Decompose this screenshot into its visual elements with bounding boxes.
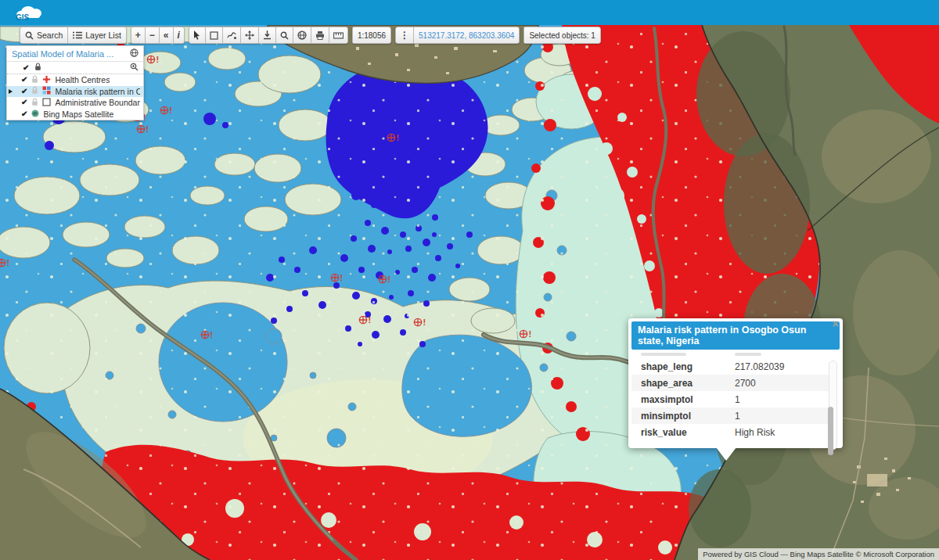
layer-check-icon[interactable]: ✔ <box>21 99 27 106</box>
layer-row-health-centres[interactable]: ✔ Health Centres <box>7 74 143 86</box>
print-icon <box>315 31 325 40</box>
info-tool-button[interactable]: i <box>174 27 185 44</box>
field-name: shape_leng <box>641 361 735 372</box>
select-cursor-button[interactable] <box>189 27 206 44</box>
layer-panel-header: Spatial Model of Malaria ... <box>7 46 143 62</box>
field-name: shape_area <box>641 378 735 389</box>
search-label: Search <box>37 31 63 40</box>
attribute-row: shape_area 2700 <box>631 375 829 391</box>
master-check-icon[interactable]: ✔ <box>23 64 29 72</box>
zoom-out-button[interactable]: − <box>146 27 160 44</box>
scrollbar-thumb[interactable] <box>828 407 833 455</box>
selected-objects-value: Selected objects: 1 <box>529 31 595 40</box>
close-icon[interactable]: × <box>832 318 839 329</box>
malaria-risk-layer-icon <box>42 86 51 96</box>
master-lock-icon[interactable] <box>34 63 41 73</box>
layer-label: Health Centres <box>55 75 110 84</box>
popup-title: Malaria risk pattern in Osogbo Osun stat… <box>631 321 840 350</box>
layer-label: Malaria risk pattern in Osogbo Osun st <box>55 87 140 96</box>
more-options-icon: ⋮ <box>400 31 409 40</box>
layer-row-malaria-risk[interactable]: ✔ Malaria risk pattern in Osogbo Osun st <box>7 86 143 98</box>
admin-boundaries-layer-icon <box>42 98 51 108</box>
bing-satellite-layer-icon <box>31 109 39 119</box>
map-title[interactable]: Spatial Model of Malaria ... <box>12 49 113 59</box>
health-centres-layer-icon <box>42 75 51 85</box>
pan-button[interactable] <box>241 27 259 44</box>
attribute-row: minsimptol 1 <box>631 407 829 424</box>
layer-panel-master-row: ✔ <box>7 62 143 74</box>
scrolled-row-remnant <box>631 351 829 358</box>
field-value: High Risk <box>735 427 775 438</box>
layer-check-icon[interactable]: ✔ <box>21 110 27 118</box>
main-toolbar: Search Layer List + − « i 1:18056 ⋮ 5132… <box>20 27 601 44</box>
globe-icon[interactable] <box>130 48 139 59</box>
layer-row-admin-boundaries[interactable]: ✔ Administrative Boundaries <box>7 97 143 109</box>
pan-icon <box>245 31 254 40</box>
search-button[interactable]: Search <box>20 27 68 44</box>
globe-icon <box>297 31 307 40</box>
lock-icon[interactable] <box>31 75 38 85</box>
feature-info-popup: × Malaria risk pattern in Osogbo Osun st… <box>628 318 843 448</box>
attribute-row: risk_value High Risk <box>631 424 829 440</box>
zoom-in-icon: + <box>135 31 141 40</box>
measure-button[interactable] <box>329 27 348 44</box>
coordinates-display: 513217.3172, 863203.3604 <box>414 27 520 44</box>
add-marker-icon <box>263 31 272 40</box>
scale-value: 1:18056 <box>358 31 386 40</box>
add-marker-button[interactable] <box>259 27 276 44</box>
measure-icon <box>333 32 344 39</box>
app-header: GIS <box>0 0 939 25</box>
attribute-row: shape_leng 217.082039 <box>631 358 829 375</box>
collapse-icon: « <box>164 31 169 40</box>
field-name: risk_value <box>641 427 735 438</box>
popup-body: shape_leng 217.082039 shape_area 2700 ma… <box>631 350 840 445</box>
freehand-select-button[interactable] <box>223 27 241 44</box>
zoom-out-icon: − <box>149 31 155 40</box>
layer-list-label: Layer List <box>85 31 121 40</box>
field-value: 217.082039 <box>735 361 784 372</box>
layer-list-button[interactable]: Layer List <box>68 27 127 44</box>
rectangle-select-icon <box>210 31 218 40</box>
lock-icon[interactable] <box>31 98 38 108</box>
layer-check-icon[interactable]: ✔ <box>21 88 27 95</box>
search-icon <box>25 31 34 40</box>
gis-cloud-logo[interactable]: GIS <box>11 2 52 27</box>
field-value: 1 <box>735 411 740 422</box>
more-options-button[interactable]: ⋮ <box>395 27 414 44</box>
zoom-to-layer-icon[interactable] <box>130 63 139 73</box>
attribute-row: maxsimptol 1 <box>631 391 829 407</box>
expand-chevron-icon[interactable] <box>9 89 13 94</box>
rectangle-select-button[interactable] <box>206 27 223 44</box>
layer-label: Administrative Boundaries <box>55 98 140 107</box>
cursor-icon <box>193 31 201 40</box>
layer-check-icon[interactable]: ✔ <box>21 76 27 84</box>
freehand-select-icon <box>227 31 236 40</box>
selected-objects-badge: Selected objects: 1 <box>523 27 601 44</box>
field-value: 1 <box>735 394 740 405</box>
layer-list-icon <box>73 31 82 39</box>
globe-button[interactable] <box>293 27 311 44</box>
layer-panel: Spatial Model of Malaria ... ✔ ✔ Health … <box>6 45 144 120</box>
logo-text: GIS <box>16 13 30 22</box>
field-value: 2700 <box>735 378 756 389</box>
zoom-in-button[interactable]: + <box>131 27 146 44</box>
layer-label: Bing Maps Satellite <box>43 109 113 119</box>
coordinates-value: 513217.3172, 863203.3604 <box>419 31 514 40</box>
field-name: minsimptol <box>641 411 735 422</box>
info-icon: i <box>178 31 180 40</box>
zoom-window-icon <box>280 31 289 40</box>
popup-scrollbar[interactable] <box>829 361 837 450</box>
lock-icon[interactable] <box>31 86 38 96</box>
collapse-toolbar-button[interactable]: « <box>160 27 174 44</box>
print-button[interactable] <box>311 27 329 44</box>
scale-indicator[interactable]: 1:18056 <box>352 27 391 44</box>
field-name: maxsimptol <box>641 394 735 405</box>
layer-row-bing-satellite[interactable]: ✔ Bing Maps Satellite <box>7 109 143 120</box>
zoom-window-button[interactable] <box>276 27 293 44</box>
map-attribution: Powered by GIS Cloud — Bing Maps Satelli… <box>698 548 939 560</box>
